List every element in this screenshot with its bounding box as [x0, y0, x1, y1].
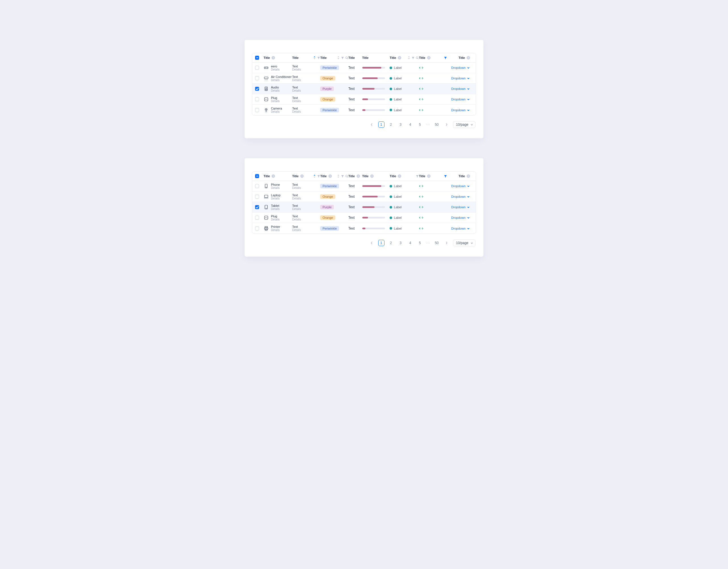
row-checkbox[interactable] [255, 97, 259, 101]
help-icon[interactable]: ? [398, 56, 401, 59]
page-button[interactable]: 50 [434, 121, 440, 128]
row-dropdown[interactable]: Dropdown [451, 66, 470, 69]
page-next-button[interactable] [443, 121, 450, 128]
select-all-checkbox[interactable] [255, 56, 259, 60]
help-icon[interactable]: ? [357, 174, 360, 178]
col-header[interactable]: Title [390, 174, 396, 178]
help-icon[interactable]: ? [467, 56, 470, 59]
expand-icon[interactable] [419, 98, 423, 101]
page-button[interactable]: 50 [434, 240, 440, 246]
row-dropdown[interactable]: Dropdown [451, 108, 470, 112]
page-button[interactable]: 3 [398, 240, 404, 246]
page-size-select[interactable]: 10/page [453, 239, 475, 246]
search-icon[interactable] [345, 175, 348, 178]
help-icon[interactable]: ? [272, 56, 275, 59]
expand-icon[interactable] [419, 227, 423, 230]
filter-icon[interactable] [341, 175, 344, 178]
help-icon[interactable]: ? [328, 174, 332, 178]
help-icon[interactable]: ? [370, 174, 374, 178]
search-icon[interactable] [416, 56, 419, 59]
help-icon[interactable]: ? [300, 174, 304, 178]
col-header[interactable]: Title [292, 174, 298, 178]
help-icon[interactable]: ? [427, 174, 431, 178]
help-icon[interactable]: ? [272, 174, 275, 178]
svg-point-14 [267, 67, 267, 68]
expand-icon[interactable] [419, 205, 423, 209]
filter-icon[interactable] [416, 175, 419, 178]
expand-icon[interactable] [419, 76, 423, 80]
col-header[interactable]: Title [362, 56, 369, 59]
filter-icon[interactable] [317, 56, 320, 59]
svg-point-31 [266, 109, 266, 109]
page-prev-button[interactable] [369, 240, 375, 246]
sort-icon[interactable] [408, 56, 410, 59]
dropdown-label: Dropdown [451, 66, 466, 69]
status-badge: Periwinkle [320, 226, 339, 231]
filter-icon[interactable] [317, 175, 320, 178]
svg-point-62 [421, 217, 421, 218]
expand-icon[interactable] [419, 195, 423, 198]
expand-icon[interactable] [419, 216, 423, 219]
col-header[interactable]: Title [390, 56, 396, 59]
col-header[interactable]: Title [264, 174, 270, 178]
col-header[interactable]: Title [264, 56, 270, 59]
page-button[interactable]: 1 [378, 121, 384, 128]
row-dropdown[interactable]: Dropdown [451, 216, 470, 219]
page-next-button[interactable] [443, 240, 450, 246]
search-icon[interactable] [345, 56, 348, 59]
col-header[interactable]: Title [459, 56, 465, 59]
row-dropdown[interactable]: Dropdown [451, 227, 470, 230]
page-size-select[interactable]: 10/page [453, 121, 475, 128]
sort-icon[interactable] [313, 174, 316, 178]
filter-icon[interactable] [444, 175, 447, 178]
col-header[interactable]: Title [419, 174, 425, 178]
filter-icon[interactable] [341, 56, 344, 59]
col-header[interactable]: Title [320, 174, 326, 178]
row-checkbox[interactable] [255, 216, 259, 220]
select-all-checkbox[interactable] [255, 174, 259, 178]
sort-icon[interactable] [337, 56, 340, 59]
row-checkbox[interactable] [255, 184, 259, 188]
row-dropdown[interactable]: Dropdown [451, 76, 470, 80]
filter-icon[interactable] [411, 56, 415, 59]
page-button[interactable]: 4 [407, 240, 413, 246]
row-dropdown[interactable]: Dropdown [451, 98, 470, 101]
expand-icon[interactable] [419, 87, 423, 90]
col-header[interactable]: Title [320, 56, 326, 59]
page-button[interactable]: 2 [388, 121, 394, 128]
expand-icon[interactable] [419, 184, 423, 188]
page-button[interactable]: 1 [378, 240, 384, 246]
col-header[interactable]: Title [292, 56, 298, 59]
sort-icon[interactable] [337, 174, 340, 178]
page-button[interactable]: 5 [417, 240, 423, 246]
row-dropdown[interactable]: Dropdown [451, 195, 470, 198]
row-checkbox[interactable] [255, 226, 259, 230]
row-checkbox[interactable] [255, 87, 259, 91]
page-button[interactable]: 2 [388, 240, 394, 246]
device-name: Audio [271, 86, 280, 89]
row-checkbox[interactable] [255, 76, 259, 80]
row-dropdown[interactable]: Dropdown [451, 87, 470, 90]
col-header[interactable]: Title [348, 56, 355, 59]
col-header[interactable]: Title [362, 174, 369, 178]
expand-icon[interactable] [419, 66, 423, 69]
row-checkbox[interactable] [255, 194, 259, 198]
sort-icon[interactable] [313, 56, 316, 59]
page-button[interactable]: 3 [398, 121, 404, 128]
help-icon[interactable]: ? [427, 56, 431, 59]
row-dropdown[interactable]: Dropdown [451, 205, 470, 209]
row-checkbox[interactable] [255, 205, 259, 209]
page-button[interactable]: 4 [407, 121, 413, 128]
row-dropdown[interactable]: Dropdown [451, 184, 470, 188]
expand-icon[interactable] [419, 108, 423, 112]
help-icon[interactable]: ? [398, 174, 401, 178]
col-header[interactable]: Title [348, 174, 355, 178]
col-header[interactable]: Title [459, 174, 465, 178]
page-prev-button[interactable] [369, 121, 375, 128]
row-checkbox[interactable] [255, 108, 259, 112]
filter-icon[interactable] [444, 56, 447, 59]
page-button[interactable]: 5 [417, 121, 423, 128]
col-header[interactable]: Title [419, 56, 425, 59]
row-checkbox[interactable] [255, 66, 259, 70]
help-icon[interactable]: ? [467, 174, 470, 178]
